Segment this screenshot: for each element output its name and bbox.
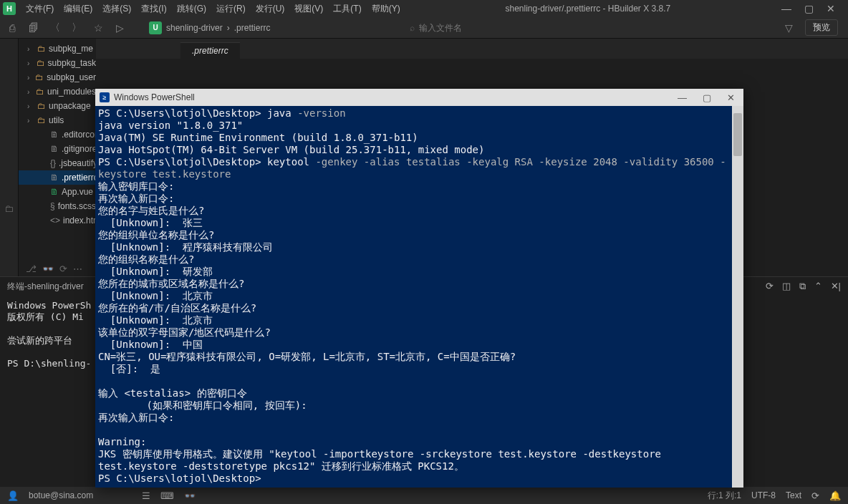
status-bell-icon[interactable]: 🔔 xyxy=(829,490,841,501)
ps-minimize-icon[interactable]: — xyxy=(678,92,687,103)
breadcrumb-file[interactable]: .prettierrc xyxy=(234,23,271,33)
folder-icon: 🗀 xyxy=(35,72,44,82)
status-sync-icon[interactable]: ⟳ xyxy=(811,490,819,501)
chevron-right-icon: › xyxy=(27,102,34,110)
save-icon[interactable]: ⎙ xyxy=(6,22,19,34)
folder-utils[interactable]: ›🗀utils xyxy=(19,113,96,127)
file-icon: {} xyxy=(50,158,56,168)
menu-file[interactable]: 文件(F) xyxy=(21,1,58,16)
nav-back-icon[interactable]: 〈 xyxy=(49,21,62,34)
tree-label: .editorconfig xyxy=(62,130,96,140)
window-maximize-icon[interactable]: ▢ xyxy=(804,3,814,14)
powershell-output[interactable]: PS C:\Users\lotjol\Desktop> java -versio… xyxy=(95,106,743,488)
file-gitignore[interactable]: 🗎.gitignore xyxy=(19,142,96,156)
tree-label: fonts.scss xyxy=(58,201,96,211)
toolbar: ⎙ 🗐 〈 〉 ☆ ▷ U shenling-driver › .prettie… xyxy=(0,17,848,39)
refresh-icon[interactable]: ⟳ xyxy=(59,263,67,274)
explorer-bottom-icons: ⎇ 👓 ⟳ ⋯ xyxy=(19,261,90,276)
app-logo: H xyxy=(3,2,16,15)
folder-icon: 🗀 xyxy=(37,115,46,125)
menu-edit[interactable]: 编辑(E) xyxy=(59,1,97,16)
file-search[interactable]: ⌕ xyxy=(410,23,639,33)
folder-icon: 🗀 xyxy=(37,58,45,68)
ps-maximize-icon[interactable]: ▢ xyxy=(703,92,711,103)
folder-subpkg_user[interactable]: ›🗀subpkg_user xyxy=(19,70,96,84)
file-Appvue[interactable]: 🗎App.vue xyxy=(19,185,96,199)
status-lang[interactable]: Text xyxy=(786,490,801,500)
project-logo-icon: U xyxy=(149,21,162,34)
file-indexhtml[interactable]: <>index.html xyxy=(19,213,96,228)
menu-goto[interactable]: 跳转(G) xyxy=(173,1,211,16)
breadcrumb-project[interactable]: shenling-driver xyxy=(166,23,223,33)
terminal-collapse-icon[interactable]: ⌃ xyxy=(814,281,822,292)
folder-subpkg_task[interactable]: ›🗀subpkg_task xyxy=(19,56,96,70)
search-icon: ⌕ xyxy=(410,23,415,33)
menu-view[interactable]: 视图(V) xyxy=(290,1,327,16)
save-all-icon[interactable]: 🗐 xyxy=(27,22,40,34)
powershell-icon: ≥ xyxy=(100,92,110,102)
run-icon[interactable]: ▷ xyxy=(113,22,126,34)
terminal-open-icon[interactable]: ⧉ xyxy=(799,281,806,292)
status-cursor[interactable]: 行:1 列:1 xyxy=(708,490,741,502)
file-prettierrc[interactable]: 🗎.prettierrc xyxy=(19,170,96,185)
status-eye-icon[interactable]: 👓 xyxy=(184,490,196,501)
status-bar: 👤 botue@sina.com ☰ ⌨ 👓 行:1 列:1 UTF-8 Tex… xyxy=(0,487,848,504)
menu-tool[interactable]: 工具(T) xyxy=(329,1,365,16)
chevron-right-icon: › xyxy=(27,74,32,82)
ps-scrollbar[interactable] xyxy=(732,106,743,488)
breadcrumb-sep-icon: › xyxy=(227,23,230,33)
menu-run[interactable]: 运行(R) xyxy=(212,1,250,16)
folder-subpkg_me[interactable]: ›🗀subpkg_me xyxy=(19,42,96,56)
ps-close-icon[interactable]: ✕ xyxy=(727,92,735,103)
terminal-split-icon[interactable]: ◫ xyxy=(782,281,791,292)
terminal-close-all-icon[interactable]: ✕| xyxy=(831,281,841,292)
window-minimize-icon[interactable]: — xyxy=(781,3,791,14)
tree-label: .prettierrc xyxy=(62,173,96,183)
status-terminal-icon[interactable]: ⌨ xyxy=(160,490,174,501)
file-icon: 🗎 xyxy=(50,130,59,140)
tree-label: subpkg_user xyxy=(47,72,96,82)
more-icon[interactable]: ⋯ xyxy=(73,263,82,274)
folder-uni_modules[interactable]: ›🗀uni_modules xyxy=(19,84,96,99)
user-icon[interactable]: 👤 xyxy=(7,490,19,501)
preview-button[interactable]: 预览 xyxy=(805,19,838,36)
tree-label: subpkg_task xyxy=(48,58,96,68)
git-icon[interactable]: ⎇ xyxy=(26,263,37,274)
window-title: shenling-driver/.prettierrc - HBuilder X… xyxy=(505,4,670,14)
tab-prettierrc[interactable]: .prettierrc xyxy=(180,42,240,59)
file-jsbeautifyrc[interactable]: {}.jsbeautifyrc xyxy=(19,156,96,170)
terminal-restart-icon[interactable]: ⟳ xyxy=(766,281,774,292)
status-encoding[interactable]: UTF-8 xyxy=(751,490,776,500)
file-fontsscss[interactable]: §fonts.scss xyxy=(19,199,96,213)
status-account[interactable]: botue@sina.com xyxy=(29,490,93,500)
file-icon: 🗎 xyxy=(50,187,59,197)
editor-tabs: .prettierrc xyxy=(96,39,848,59)
folder-unpackage[interactable]: ›🗀unpackage xyxy=(19,99,96,113)
tree-label: utils xyxy=(49,115,64,125)
menu-find[interactable]: 查找(I) xyxy=(137,1,170,16)
tree-label: index.html xyxy=(63,215,96,226)
folder-icon: 🗀 xyxy=(37,44,46,54)
window-close-icon[interactable]: ✕ xyxy=(827,3,835,14)
menu-select[interactable]: 选择(S) xyxy=(98,1,135,16)
terminal-tab[interactable]: 终端-shenling-driver xyxy=(7,281,84,293)
titlebar: H 文件(F) 编辑(E) 选择(S) 查找(I) 跳转(G) 运行(R) 发行… xyxy=(0,0,848,17)
menu-publish[interactable]: 发行(U) xyxy=(251,1,289,16)
tree-label: subpkg_me xyxy=(49,44,93,54)
file-search-input[interactable] xyxy=(419,23,562,33)
status-list-icon[interactable]: ☰ xyxy=(142,490,150,501)
filter-icon[interactable]: ▽ xyxy=(782,22,795,34)
activity-explorer-icon[interactable]: 🗀 xyxy=(4,203,14,214)
menu-help[interactable]: 帮助(Y) xyxy=(367,1,405,16)
file-editorconfig[interactable]: 🗎.editorconfig xyxy=(19,127,96,142)
ps-scroll-thumb[interactable] xyxy=(733,113,742,156)
glasses-icon[interactable]: 👓 xyxy=(42,263,54,274)
tree-label: App.vue xyxy=(62,187,93,197)
folder-icon: 🗀 xyxy=(37,101,46,111)
powershell-titlebar[interactable]: ≥ Windows PowerShell — ▢ ✕ xyxy=(95,89,743,106)
tree-label: .gitignore xyxy=(62,144,96,154)
star-icon[interactable]: ☆ xyxy=(92,22,105,34)
nav-forward-icon[interactable]: 〉 xyxy=(70,21,83,34)
file-icon: 🗎 xyxy=(50,144,59,154)
powershell-window: ≥ Windows PowerShell — ▢ ✕ PS C:\Users\l… xyxy=(95,89,743,488)
